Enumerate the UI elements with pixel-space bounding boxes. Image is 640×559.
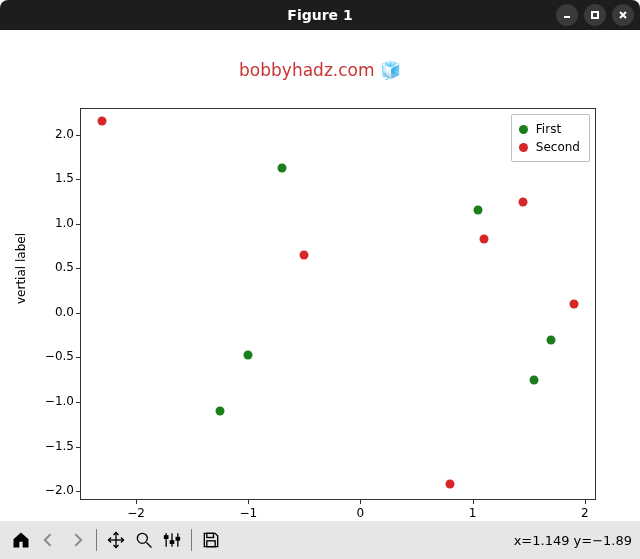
configure-subplots-button[interactable] [159,527,185,553]
y-tick [76,224,80,225]
svg-rect-9 [165,536,168,539]
data-point [569,300,578,309]
legend-item: Second [519,138,580,156]
x-tick [585,500,586,504]
data-point [446,479,455,488]
data-point [530,375,539,384]
x-tick [360,500,361,504]
zoom-button[interactable] [131,527,157,553]
data-point [216,406,225,415]
data-point [547,335,556,344]
plot-area[interactable] [80,108,596,500]
forward-button[interactable] [64,527,90,553]
y-tick-label: −1.0 [34,394,74,408]
y-tick [76,447,80,448]
svg-rect-1 [592,12,598,18]
pan-button[interactable] [103,527,129,553]
window-title: Figure 1 [0,7,640,23]
svg-rect-13 [176,538,179,541]
legend-marker-icon [519,125,528,134]
chart-title-text: bobbyhadz.com [239,60,374,80]
save-button[interactable] [198,527,224,553]
y-tick-label: 2.0 [34,127,74,141]
data-point [474,206,483,215]
y-tick-label: 1.5 [34,171,74,185]
data-point [277,163,286,172]
x-tick [248,500,249,504]
legend-label: First [536,122,561,136]
x-tick-label: −1 [233,506,263,520]
window-titlebar: Figure 1 [0,0,640,30]
y-tick-label: 0.0 [34,305,74,319]
svg-rect-11 [170,541,173,544]
y-tick [76,402,80,403]
y-tick [76,268,80,269]
minimize-button[interactable] [556,4,578,26]
svg-line-7 [147,543,152,548]
x-tick-label: −2 [121,506,151,520]
data-point [244,350,253,359]
cursor-coordinates: x=1.149 y=−1.89 [514,533,632,548]
x-tick-label: 1 [458,506,488,520]
y-tick-label: 0.5 [34,260,74,274]
legend-label: Second [536,140,580,154]
y-tick [76,179,80,180]
data-point [519,197,528,206]
y-axis-label: vertial label [14,233,28,304]
y-tick [76,313,80,314]
y-tick [76,491,80,492]
data-point [98,117,107,126]
x-tick-label: 0 [345,506,375,520]
y-tick-label: −2.0 [34,483,74,497]
window-controls [556,0,634,30]
cube-icon: 🧊 [380,60,401,80]
toolbar: x=1.149 y=−1.89 [0,521,640,559]
data-point [300,251,309,260]
svg-point-6 [137,533,147,543]
home-button[interactable] [8,527,34,553]
back-button[interactable] [36,527,62,553]
legend: FirstSecond [511,114,590,162]
y-tick-label: 1.0 [34,216,74,230]
toolbar-separator [191,529,192,551]
legend-marker-icon [519,143,528,152]
y-tick [76,357,80,358]
x-tick-label: 2 [570,506,600,520]
legend-item: First [519,120,580,138]
y-tick [76,135,80,136]
chart-title: bobbyhadz.com 🧊 [0,60,640,80]
toolbar-separator [96,529,97,551]
y-tick-label: −1.5 [34,439,74,453]
svg-rect-14 [207,533,214,537]
close-button[interactable] [612,4,634,26]
y-tick-label: −0.5 [34,349,74,363]
x-tick [136,500,137,504]
svg-rect-15 [207,541,215,547]
maximize-button[interactable] [584,4,606,26]
x-tick [473,500,474,504]
data-point [479,234,488,243]
figure-area: bobbyhadz.com 🧊 vertial label horizontal… [0,30,640,521]
